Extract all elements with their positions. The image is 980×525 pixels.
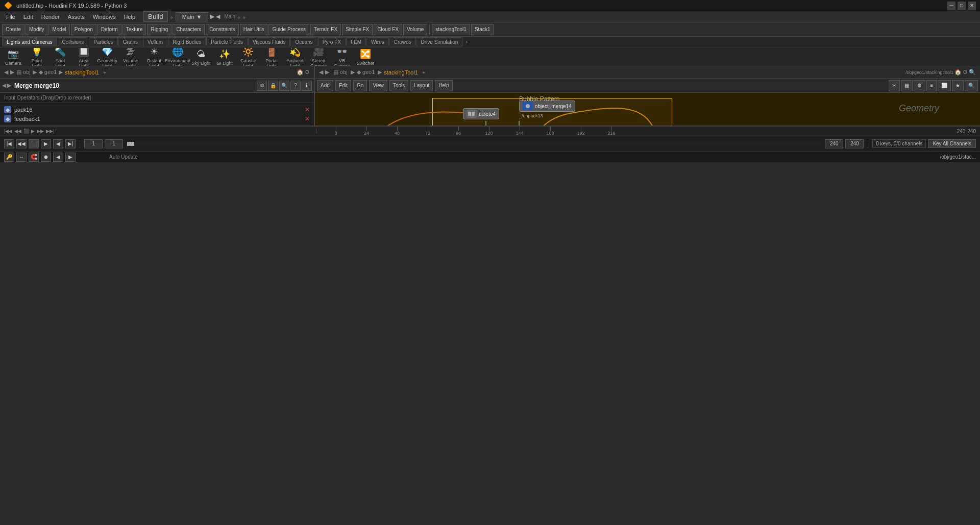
shelf-tool-sky-light[interactable]: 🌤 Sky Light bbox=[190, 48, 212, 66]
settings-btn-right[interactable]: ⚙ bbox=[963, 69, 968, 76]
zoom-in-right[interactable]: 🔍 bbox=[969, 69, 976, 76]
left-breadcrumb-obj[interactable]: ▤ obj bbox=[16, 69, 31, 76]
shelf-tab-collisions[interactable]: Collisions bbox=[58, 37, 89, 46]
build-button[interactable]: Build bbox=[143, 11, 168, 22]
nav-fwd[interactable]: ▶ bbox=[7, 82, 11, 89]
tc-last[interactable]: ▶| bbox=[65, 139, 76, 148]
tb-hair-utils[interactable]: Hair Utils bbox=[240, 24, 268, 35]
add-shelf-tab[interactable]: + bbox=[465, 39, 468, 45]
shelf-tab-rigid-bodies[interactable]: Rigid Bodies bbox=[168, 37, 206, 46]
tb-model[interactable]: Model bbox=[48, 24, 69, 35]
status-transform-btn[interactable]: ↔ bbox=[16, 153, 27, 162]
tb-guide-process[interactable]: Guide Process bbox=[268, 24, 309, 35]
tb-simple-fx[interactable]: Simple FX bbox=[342, 24, 373, 35]
shelf-tool-spot-light[interactable]: 🔦 Spot Light bbox=[49, 48, 71, 66]
shelf-tab-particles[interactable]: Particles bbox=[89, 37, 117, 46]
left-breadcrumb-geo1[interactable]: ◆ geo1 bbox=[39, 69, 57, 76]
maximize-button[interactable]: □ bbox=[958, 2, 966, 10]
home-btn-left[interactable]: 🏠 bbox=[297, 69, 304, 76]
lock-icon[interactable]: 🔒 bbox=[268, 81, 278, 91]
tc-first[interactable]: |◀ bbox=[4, 139, 14, 148]
gear-icon[interactable]: ⚙ bbox=[257, 81, 267, 91]
shelf-tab-particle-fluids[interactable]: Particle Fluids bbox=[206, 37, 248, 46]
shelf-tool-gi-light[interactable]: ✨ GI Light bbox=[213, 48, 236, 66]
status-nav-right[interactable]: ▶ bbox=[65, 153, 76, 162]
tb-texture[interactable]: Texture bbox=[122, 24, 146, 35]
node-network-canvas[interactable]: Geometry bbox=[315, 93, 980, 126]
main-dropdown[interactable]: Main ▼ bbox=[176, 12, 209, 21]
rtb-tools[interactable]: Tools bbox=[389, 80, 408, 91]
rtb-go[interactable]: Go bbox=[353, 80, 367, 91]
home-btn-right[interactable]: 🏠 bbox=[954, 69, 962, 76]
menu-edit[interactable]: Edit bbox=[19, 11, 37, 22]
shelf-tab-pyro-fx[interactable]: Pyro FX bbox=[318, 37, 346, 46]
status-nav-left[interactable]: ◀ bbox=[53, 153, 63, 162]
shelf-tab-wires[interactable]: Wires bbox=[366, 37, 389, 46]
zoom-icon[interactable]: 🔍 bbox=[279, 81, 289, 91]
rtb-icon5[interactable]: ⬜ bbox=[938, 80, 951, 91]
left-breadcrumb-stacking[interactable]: stackingTool1 bbox=[65, 69, 99, 76]
tb-volume[interactable]: Volume bbox=[403, 24, 427, 35]
shelf-tab-oceans[interactable]: Oceans bbox=[290, 37, 317, 46]
tb-modify[interactable]: Modify bbox=[26, 24, 47, 35]
right-breadcrumb-stacking[interactable]: stackingTool1 bbox=[384, 69, 418, 76]
tb-characters[interactable]: Characters bbox=[173, 24, 205, 35]
shelf-tool-distant-light[interactable]: ☀ Distant Light bbox=[143, 48, 165, 66]
tc-prev[interactable]: ◀◀ bbox=[16, 139, 27, 148]
tl-transport-next[interactable]: ▶▶ bbox=[37, 129, 44, 134]
rtb-layout[interactable]: Layout bbox=[410, 80, 433, 91]
menu-help[interactable]: Help bbox=[119, 11, 139, 22]
info-icon[interactable]: ℹ bbox=[302, 81, 312, 91]
rtb-edit[interactable]: Edit bbox=[335, 80, 351, 91]
tl-transport-start[interactable]: |◀◀ bbox=[4, 129, 12, 134]
nav-back[interactable]: ◀ bbox=[2, 82, 6, 89]
rtb-icon1[interactable]: ✂ bbox=[889, 80, 900, 91]
tl-transport-stop[interactable]: ⬛ bbox=[23, 129, 29, 134]
shelf-tab-lights-cameras[interactable]: Lights and Cameras bbox=[2, 37, 57, 46]
shelf-tool-vr-camera[interactable]: 👓 VR Camera bbox=[331, 48, 353, 66]
menu-render[interactable]: Render bbox=[37, 11, 64, 22]
status-record-btn[interactable]: ⏺ bbox=[41, 153, 51, 162]
tl-transport-end[interactable]: ▶▶| bbox=[46, 129, 54, 134]
menu-file[interactable]: File bbox=[2, 11, 19, 22]
input-op-pack16[interactable]: ◆ pack16 ✕ bbox=[0, 105, 314, 114]
rtb-icon2[interactable]: ▦ bbox=[901, 80, 913, 91]
start-frame-field[interactable]: 1 bbox=[105, 139, 123, 148]
input-op-pack16-delete[interactable]: ✕ bbox=[305, 106, 310, 113]
shelf-tab-fem[interactable]: FEM bbox=[346, 37, 366, 46]
tb-stacking-tool1[interactable]: stackingTool1 bbox=[432, 24, 470, 35]
shelf-tab-viscous-fluids[interactable]: Viscous Fluids bbox=[248, 37, 290, 46]
help-icon[interactable]: ? bbox=[290, 81, 301, 91]
add-tab-right[interactable]: + bbox=[422, 69, 425, 76]
tb-rigging[interactable]: Rigging bbox=[147, 24, 172, 35]
shelf-tab-vellum[interactable]: Vellum bbox=[143, 37, 167, 46]
key-all-channels-button[interactable]: Key All Channels bbox=[928, 139, 976, 148]
shelf-tool-point-light[interactable]: 💡 Point Light bbox=[26, 48, 48, 66]
shelf-tool-geometry-light[interactable]: 💎 Geometry Light bbox=[96, 48, 118, 66]
shelf-tool-area-light[interactable]: 🔲 Area Light bbox=[72, 48, 95, 66]
tb-create[interactable]: Create bbox=[2, 24, 24, 35]
status-snap-btn[interactable]: 🧲 bbox=[29, 153, 39, 162]
shelf-tab-grains[interactable]: Grains bbox=[118, 37, 142, 46]
rtb-help[interactable]: Help bbox=[435, 80, 453, 91]
input-op-feedback1[interactable]: ◆ feedback1 ✕ bbox=[0, 114, 314, 123]
minimize-button[interactable]: ─ bbox=[947, 2, 955, 10]
menu-windows[interactable]: Windows bbox=[89, 11, 120, 22]
shelf-tool-stereo-camera[interactable]: 🎥 Stereo Camera bbox=[307, 48, 330, 66]
right-breadcrumb-geo1[interactable]: ◆ geo1 bbox=[357, 69, 375, 76]
rtb-icon6[interactable]: ★ bbox=[952, 80, 964, 91]
shelf-tool-switcher[interactable]: 🔀 Switcher bbox=[354, 48, 377, 66]
tb-terrain-fx[interactable]: Terrain FX bbox=[310, 24, 341, 35]
tb-polygon[interactable]: Polygon bbox=[71, 24, 96, 35]
tb-cloud-fx[interactable]: Cloud FX bbox=[374, 24, 402, 35]
add-tab-left[interactable]: + bbox=[103, 69, 106, 76]
node-delete4[interactable]: delete4 bbox=[463, 108, 499, 119]
tl-transport-play[interactable]: ▶ bbox=[31, 129, 35, 134]
fps-field[interactable]: 240 bbox=[845, 139, 864, 148]
settings-btn-left[interactable]: ⚙ bbox=[305, 69, 310, 76]
tl-transport-prev[interactable]: ◀◀ bbox=[14, 129, 21, 134]
rtb-icon7[interactable]: 🔍 bbox=[965, 80, 978, 91]
right-breadcrumb-obj[interactable]: ▤ obj bbox=[333, 69, 348, 76]
status-key-btn[interactable]: 🔑 bbox=[4, 153, 14, 162]
tc-play-fwd[interactable]: ▶ bbox=[41, 139, 51, 148]
